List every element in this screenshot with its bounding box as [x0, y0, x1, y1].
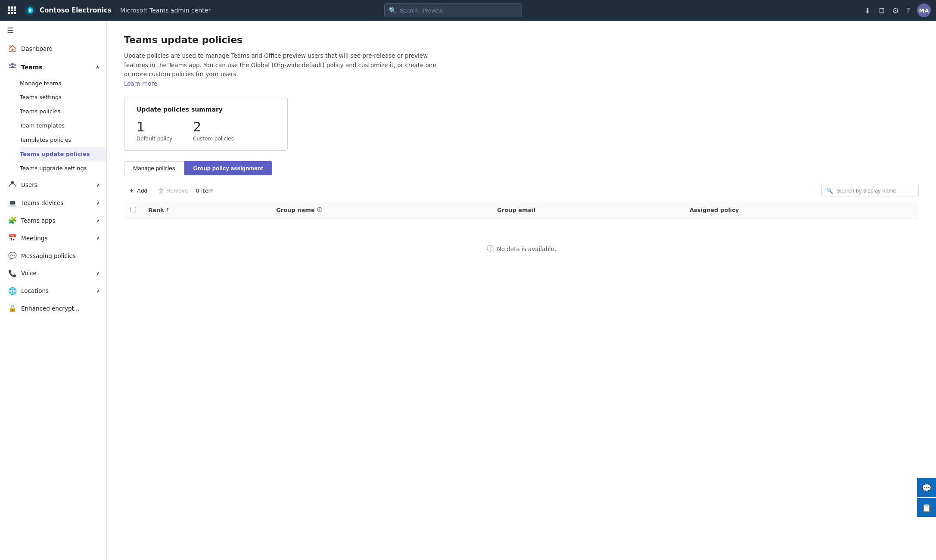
sidebar-item-enhanced-encrypt[interactable]: 🔒 Enhanced encrypt...: [0, 300, 106, 317]
teams-devices-label: Teams devices: [21, 199, 63, 207]
sidebar-item-teams-policies[interactable]: Teams policies: [20, 105, 106, 119]
chat-float-icon: 💬: [922, 483, 931, 492]
teams-devices-icon: 💻: [8, 199, 17, 208]
trash-icon: 🗑: [158, 187, 164, 194]
sidebar-item-teams-devices[interactable]: 💻 Teams devices ∨: [0, 195, 106, 212]
messaging-icon: 💬: [8, 252, 17, 261]
dashboard-icon: 🏠: [8, 44, 17, 53]
no-data-message: No data is available.: [497, 246, 557, 252]
tab-group-policy-assignment[interactable]: Group policy assignment: [184, 161, 272, 175]
svg-rect-3: [8, 9, 10, 11]
tab-manage-policies[interactable]: Manage policies: [124, 161, 184, 175]
svg-rect-6: [8, 12, 10, 14]
sidebar-item-dashboard[interactable]: 🏠 Dashboard: [0, 40, 106, 58]
svg-rect-4: [11, 9, 13, 11]
help-icon[interactable]: ?: [906, 6, 910, 15]
svg-point-10: [29, 9, 31, 12]
sidebar-item-label: Dashboard: [21, 45, 53, 53]
avatar[interactable]: MA: [917, 3, 931, 17]
stat-custom-policies: 2 Custom policies: [193, 120, 234, 142]
stat-default-policy: 1 Default policy: [137, 120, 172, 142]
sidebar-item-teams-settings[interactable]: Teams settings: [20, 90, 106, 105]
item-count: 0 item: [196, 187, 214, 194]
floating-buttons: 💬 📋: [917, 478, 936, 517]
locations-label: Locations: [21, 287, 49, 295]
th-checkbox: [124, 202, 143, 218]
sidebar-item-messaging-policies[interactable]: 💬 Messaging policies: [0, 247, 106, 265]
sidebar-item-templates-policies[interactable]: Templates policies: [20, 133, 106, 147]
sidebar-item-team-templates[interactable]: Team templates: [20, 119, 106, 133]
table-search-input[interactable]: [836, 187, 914, 194]
svg-rect-0: [8, 6, 10, 9]
teams-settings-label: Teams settings: [20, 94, 62, 101]
summary-card-title: Update policies summary: [137, 106, 275, 113]
summary-card: Update policies summary 1 Default policy…: [124, 97, 288, 151]
no-data-row: ⓘ No data is available.: [124, 218, 919, 280]
teams-upgrade-settings-label: Teams upgrade settings: [20, 165, 87, 172]
no-data-cell: ⓘ No data is available.: [124, 218, 919, 280]
teams-update-policies-label: Teams update policies: [20, 151, 90, 158]
select-all-checkbox[interactable]: [131, 207, 136, 212]
download-icon[interactable]: ⬇: [864, 6, 871, 15]
users-chevron-icon: ∨: [96, 182, 100, 188]
sidebar-item-teams-upgrade-settings[interactable]: Teams upgrade settings: [20, 162, 106, 176]
waffle-menu[interactable]: [5, 3, 19, 17]
svg-rect-8: [14, 12, 16, 14]
global-search[interactable]: 🔍: [384, 3, 522, 17]
table-toolbar: ＋ Add 🗑 Remove 0 item 🔍: [124, 184, 919, 202]
locations-icon: 🌐: [8, 287, 17, 296]
custom-policies-count: 2: [193, 120, 234, 134]
search-input[interactable]: [400, 7, 517, 14]
sidebar-item-teams-apps[interactable]: 🧩 Teams apps ∨: [0, 212, 106, 230]
learn-more-link[interactable]: Learn more: [124, 80, 157, 87]
sidebar-item-users[interactable]: Users ∨: [0, 176, 106, 195]
sidebar-item-teams[interactable]: Teams ∧: [0, 58, 106, 77]
users-label: Users: [21, 181, 37, 189]
templates-policies-label: Templates policies: [20, 137, 71, 144]
users-icon: [8, 180, 17, 190]
th-group-email: Group email: [491, 202, 684, 218]
voice-label: Voice: [21, 270, 37, 277]
voice-icon: 📞: [8, 269, 17, 278]
teams-chevron-icon: ∧: [96, 64, 100, 70]
messaging-policies-label: Messaging policies: [21, 252, 76, 260]
sidebar-item-locations[interactable]: 🌐 Locations ∨: [0, 283, 106, 300]
sidebar-teams-label: Teams: [21, 63, 43, 71]
app-name: Microsoft Teams admin center: [120, 7, 211, 14]
sidebar-item-teams-update-policies[interactable]: Teams update policies: [20, 147, 106, 162]
sidebar-toggle[interactable]: ☰: [0, 21, 106, 40]
app-logo: Contoso Electronics: [24, 4, 112, 16]
th-group-name[interactable]: Group name ⓘ: [270, 202, 491, 218]
group-name-info-icon: ⓘ: [317, 206, 322, 214]
add-button[interactable]: ＋ Add: [124, 184, 152, 197]
locations-chevron-icon: ∨: [96, 288, 100, 294]
svg-rect-5: [14, 9, 16, 11]
logo-text: Contoso Electronics: [40, 6, 112, 14]
remove-button[interactable]: 🗑 Remove: [153, 184, 192, 197]
teams-apps-label: Teams apps: [21, 217, 55, 225]
voice-chevron-icon: ∨: [96, 271, 100, 277]
feedback-float-icon: 📋: [922, 503, 931, 512]
teams-apps-icon: 🧩: [8, 216, 17, 225]
th-assigned-policy: Assigned policy: [684, 202, 919, 218]
th-rank[interactable]: Rank ↑: [142, 202, 270, 218]
policy-table: Rank ↑ Group name ⓘ Group email: [124, 202, 919, 280]
top-navigation: Contoso Electronics Microsoft Teams admi…: [0, 0, 936, 21]
settings-icon[interactable]: ⚙: [892, 6, 899, 15]
search-icon: 🔍: [389, 7, 396, 14]
sidebar-item-voice[interactable]: 📞 Voice ∨: [0, 265, 106, 283]
feedback-float-button[interactable]: 📋: [917, 498, 936, 517]
teams-apps-chevron-icon: ∨: [96, 218, 100, 224]
teams-icon: [8, 62, 17, 72]
svg-rect-2: [14, 6, 16, 9]
svg-rect-7: [11, 12, 13, 14]
custom-policies-label: Custom policies: [193, 136, 234, 142]
sidebar-item-manage-teams[interactable]: Manage teams: [20, 77, 106, 91]
teams-submenu: Manage teams Teams settings Teams polici…: [0, 77, 106, 176]
sidebar-item-meetings[interactable]: 📅 Meetings ∨: [0, 230, 106, 247]
meetings-chevron-icon: ∨: [96, 235, 100, 241]
table-header-row: Rank ↑ Group name ⓘ Group email: [124, 202, 919, 218]
screen-icon[interactable]: 🖥: [877, 6, 885, 15]
table-search-box[interactable]: 🔍: [821, 185, 919, 196]
chat-float-button[interactable]: 💬: [917, 478, 936, 497]
